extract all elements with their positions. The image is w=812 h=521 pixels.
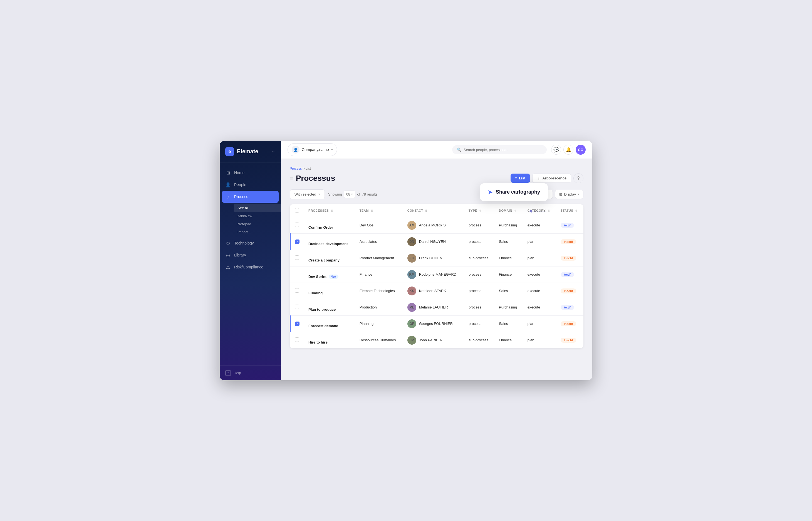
with-selected-button[interactable]: With selected ▾ <box>290 189 325 199</box>
contact-name: John PARKER <box>419 338 442 342</box>
sidebar-item-risk[interactable]: ⚠ Risk/Compliance <box>220 261 281 273</box>
row-status: Inactif <box>556 250 583 266</box>
subnav-add-new[interactable]: Add/New <box>234 212 281 220</box>
processes-sort-icon: ⇅ <box>331 209 333 212</box>
row-team: Finance <box>355 266 403 282</box>
header-contact[interactable]: CONTACT ⇅ <box>403 204 464 217</box>
row-contact: AMAngela MORRIS <box>403 217 464 233</box>
chat-icon-button[interactable]: 💬 <box>551 145 561 155</box>
row-team: Associates <box>355 233 403 250</box>
header-domain[interactable]: DOMAIN ⇅ <box>494 204 523 217</box>
row-status: Inactif <box>556 233 583 250</box>
sidebar-item-process[interactable]: ⟩ Process <box>222 191 279 203</box>
bell-icon: 🔔 <box>565 147 572 153</box>
process-name-text[interactable]: Funding <box>308 291 351 295</box>
sidebar-item-library[interactable]: ◎ Library <box>220 249 281 261</box>
row-type: process <box>464 217 494 233</box>
view-toggles: ≡ List ⋮ Arborescence ? <box>511 173 583 183</box>
row-domain: Purchasing <box>494 299 523 315</box>
row-checkbox[interactable] <box>295 304 299 309</box>
page-help-button[interactable]: ? <box>574 173 583 183</box>
share-cartography-label: Share cartography <box>496 189 540 195</box>
company-chevron-icon: ▾ <box>331 148 333 152</box>
breadcrumb-parent[interactable]: Process <box>290 167 302 171</box>
drag-handle-icon[interactable]: ⋮ <box>308 303 312 308</box>
process-name-text[interactable]: Confirm Order <box>308 225 351 229</box>
contact-name: Mélanie LAUTIER <box>419 305 448 309</box>
row-contact: FCFrank COHEN <box>403 250 464 266</box>
header-type[interactable]: TYPE ⇅ <box>464 204 494 217</box>
process-name-text[interactable]: Hire to hire <box>308 340 351 344</box>
process-name-text[interactable]: Forecast demand <box>308 324 351 328</box>
row-checkbox[interactable] <box>295 272 299 276</box>
row-contact: DNDaniel NGUYEN <box>403 233 464 250</box>
table-row: ⋮FundingElemate TechnologiesKSKathleen S… <box>290 282 584 299</box>
row-team: Ressources Humaines <box>355 332 403 348</box>
sidebar-toggle[interactable]: ← <box>272 150 275 154</box>
search-input[interactable] <box>464 148 542 152</box>
drag-handle-icon[interactable]: ⋮ <box>308 287 312 291</box>
row-checkbox[interactable] <box>295 337 299 342</box>
row-checkbox[interactable] <box>295 288 299 293</box>
sidebar-item-technology[interactable]: ⚙ Technology <box>220 237 281 249</box>
drag-handle-icon[interactable]: ⋮ <box>308 238 312 242</box>
display-button[interactable]: ⊞ Display ▾ <box>555 190 583 199</box>
row-category: execute <box>523 266 556 282</box>
drag-handle-icon[interactable]: ⋮ <box>308 320 312 324</box>
row-domain: Purchasing <box>494 217 523 233</box>
row-checkbox-cell <box>290 266 304 282</box>
subnav-notepad[interactable]: Notepad <box>234 220 281 228</box>
drag-handle-icon[interactable]: ⋮ <box>308 336 312 340</box>
drag-handle-icon[interactable]: ⋮ <box>308 271 312 275</box>
drag-handle-icon[interactable]: ⋮ <box>308 254 312 258</box>
header-status[interactable]: STATUS ⇅ <box>556 204 583 217</box>
row-category: execute <box>523 282 556 299</box>
view-tree-button[interactable]: ⋮ Arborescence <box>532 174 571 183</box>
page-title-area: ≡ Processus <box>290 174 335 183</box>
sidebar-item-label: People <box>234 182 247 187</box>
contact-name: Angela MORRIS <box>419 223 446 227</box>
process-name-text[interactable]: Business development <box>308 242 351 246</box>
display-chevron-icon: ▾ <box>578 192 579 196</box>
row-contact: MLMélanie LAUTIER <box>403 299 464 315</box>
header-checkbox-cell <box>290 204 304 217</box>
row-checkbox[interactable]: ✓ <box>295 240 300 244</box>
user-avatar-button[interactable]: CO <box>576 145 586 155</box>
app-logo[interactable]: e Elemate ← <box>220 141 281 162</box>
notification-icon-button[interactable]: 🔔 <box>563 145 574 155</box>
process-name-text[interactable]: Plan to produce <box>308 308 351 312</box>
showing-value: 08 <box>346 192 350 196</box>
process-name-text[interactable]: Create a company <box>308 258 351 262</box>
row-status: Actif <box>556 266 583 282</box>
sidebar-item-people[interactable]: 👤 People <box>220 179 281 191</box>
view-list-button[interactable]: ≡ List <box>511 174 530 183</box>
select-all-checkbox[interactable] <box>295 208 299 212</box>
help-item[interactable]: ? Help <box>225 370 275 376</box>
with-selected-label: With selected <box>295 192 316 196</box>
display-label: Display <box>564 192 576 196</box>
row-checkbox[interactable]: ✓ <box>295 321 300 326</box>
company-icon: 👤 <box>292 146 300 154</box>
subnav-import[interactable]: Import... <box>234 228 281 236</box>
table-row: ⋮Plan to produceProductionMLMélanie LAUT… <box>290 299 584 315</box>
status-badge: Inactif <box>561 338 576 343</box>
contact-avatar: AM <box>408 221 416 230</box>
process-name-text[interactable]: Dev Sprint New <box>308 275 351 279</box>
row-checkbox[interactable] <box>295 255 299 260</box>
header-team[interactable]: TEAM ⇅ <box>355 204 403 217</box>
company-selector[interactable]: 👤 Company.name ▾ <box>287 143 337 156</box>
drag-handle-icon[interactable]: ⋮ <box>308 221 312 225</box>
logo-icon: e <box>225 147 234 156</box>
display-icon: ⊞ <box>559 192 562 196</box>
showing-count-select[interactable]: 08 ▾ <box>344 190 355 198</box>
breadcrumb: Process > List <box>290 167 583 171</box>
row-checkbox-cell <box>290 217 304 233</box>
row-type: sub-process <box>464 332 494 348</box>
row-category: execute <box>523 299 556 315</box>
header-processes[interactable]: PROCESSES ⇅ <box>304 204 355 217</box>
row-checkbox[interactable] <box>295 223 299 227</box>
row-team: Product Management <box>355 250 403 266</box>
topbar-icons: 💬 🔔 CO <box>551 145 586 155</box>
sidebar-item-home[interactable]: ⊞ Home <box>220 167 281 179</box>
subnav-see-all[interactable]: See all <box>234 204 281 212</box>
